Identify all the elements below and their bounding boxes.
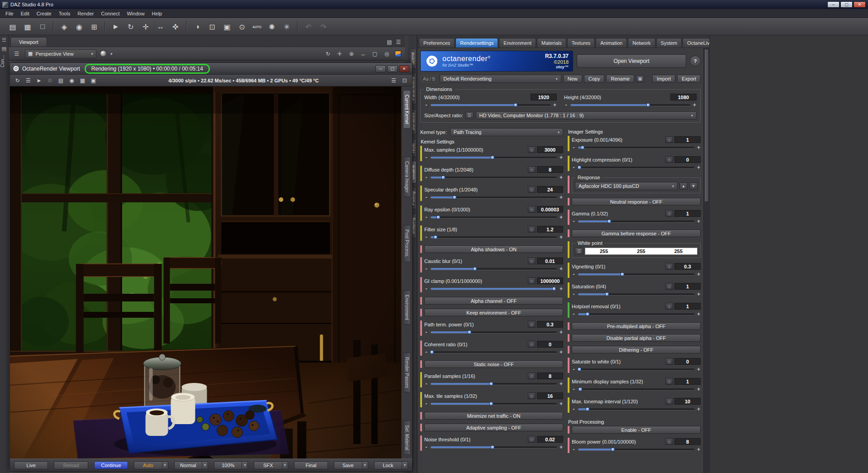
menu-file[interactable]: File <box>2 10 17 17</box>
param-link-icon[interactable]: ◇ <box>528 166 536 173</box>
octane-window-titlebar[interactable]: OctaneRender Viewport Rendering (1920 x … <box>10 63 412 75</box>
zoom-tool-icon[interactable]: ⊕ <box>347 49 356 58</box>
toggle-disable-partial-alpha-off[interactable]: Disable partial alpha - OFF <box>572 334 701 342</box>
slider-increment[interactable]: + <box>559 444 563 450</box>
pick-tool-icon[interactable]: ► <box>34 76 44 85</box>
slider-track[interactable] <box>431 288 557 290</box>
slider-track[interactable] <box>431 331 557 333</box>
scrollbar-thumb[interactable] <box>704 49 709 202</box>
frame-tool-icon[interactable]: ▢ <box>370 49 379 58</box>
redo-icon[interactable]: ↷ <box>317 20 330 33</box>
slider-knob[interactable] <box>607 219 612 223</box>
menu-connect[interactable]: Connect <box>98 10 123 17</box>
copy-button[interactable]: Copy <box>584 75 605 83</box>
menu-create[interactable]: Create <box>33 10 55 17</box>
slider-track[interactable] <box>431 403 557 405</box>
slider-increment[interactable]: + <box>559 154 563 161</box>
param-value[interactable]: 0 <box>674 358 701 365</box>
param-value[interactable]: 1000000 <box>537 277 563 284</box>
slider-track[interactable] <box>431 351 557 353</box>
save-button[interactable]: Save▾ <box>334 461 368 469</box>
param-value[interactable]: 0.02 <box>537 436 563 443</box>
slider-knob[interactable] <box>581 145 585 149</box>
menu-edit[interactable]: Edit <box>17 10 33 17</box>
home-view-icon[interactable] <box>395 51 401 57</box>
slider-knob[interactable] <box>489 401 493 406</box>
slider-increment[interactable]: + <box>559 194 563 201</box>
slider-increment[interactable]: + <box>697 144 701 151</box>
pointer-tool-icon[interactable]: ► <box>109 20 122 33</box>
slider-decrement[interactable]: - <box>424 214 428 220</box>
slider-knob[interactable] <box>577 165 581 169</box>
toggle-enable-off[interactable]: Enable - OFF <box>572 426 701 434</box>
param-link-icon[interactable]: ◇ <box>665 136 673 143</box>
slider-track[interactable] <box>578 408 694 410</box>
slider-track[interactable] <box>431 196 557 198</box>
slider-increment[interactable]: + <box>559 234 563 240</box>
param-value[interactable]: 8 <box>537 166 563 173</box>
open-file-icon[interactable]: ▤ <box>6 20 19 33</box>
toggle-static-noise-off[interactable]: Static noise - OFF <box>424 360 563 368</box>
export-button[interactable]: Export <box>677 75 701 83</box>
tab-materials[interactable]: Materials <box>537 38 566 48</box>
slider-increment[interactable]: + <box>559 214 563 220</box>
slider-knob[interactable] <box>489 382 493 386</box>
octane-maximize-button[interactable]: ▢ <box>387 65 398 72</box>
slider-increment[interactable]: + <box>697 406 701 412</box>
menu-tools[interactable]: Tools <box>55 10 74 17</box>
slider-decrement[interactable]: - <box>564 102 568 108</box>
slider-decrement[interactable]: - <box>572 291 576 297</box>
chevron-down-icon[interactable]: ▾ <box>282 462 288 469</box>
whitepoint-rgb-field[interactable]: 255255255 <box>585 248 697 255</box>
tab-system[interactable]: System <box>656 38 682 48</box>
lock-button[interactable]: Lock▾ <box>374 461 408 469</box>
slider-increment[interactable]: + <box>693 102 697 108</box>
maximize-button[interactable]: ▢ <box>840 1 853 8</box>
param-link-icon[interactable]: ◇ <box>528 341 536 348</box>
puppeteer-icon[interactable]: ◉ <box>73 20 85 33</box>
param-link-icon[interactable]: ◇ <box>528 392 536 399</box>
dolly-tool-icon[interactable]: ↔ <box>359 49 368 58</box>
camera-lock-icon[interactable]: ⊡ <box>400 76 409 85</box>
tab-animation[interactable]: Animation <box>596 38 627 48</box>
slider-increment[interactable]: + <box>697 311 701 317</box>
param-link-icon[interactable]: ◇ <box>528 206 536 213</box>
param-link-icon[interactable]: ◇ <box>665 210 673 217</box>
slider-track[interactable] <box>431 216 557 218</box>
octane-section-tab-camera-imager[interactable]: Camera Imager <box>403 157 411 197</box>
slider-track[interactable] <box>578 167 694 168</box>
subsample-grid-icon[interactable]: ▦ <box>78 76 87 85</box>
octane-render-icon[interactable]: ✺ <box>266 20 278 33</box>
slider-track[interactable] <box>578 220 694 222</box>
panel-scrollbar[interactable] <box>703 48 709 473</box>
param-link-icon[interactable]: ◇ <box>528 373 536 379</box>
toggle-minimize-net-traffic-on[interactable]: Minimize net traffic - ON <box>424 412 563 420</box>
render-icon[interactable]: ⊙ <box>236 20 248 33</box>
param-value[interactable]: 1080 <box>670 94 697 100</box>
toggle-alpha-shadows-on[interactable]: Alpha shadows - ON <box>424 245 563 253</box>
response-prev-button[interactable]: ▲ <box>679 182 688 190</box>
param-value[interactable]: 8 <box>537 373 563 379</box>
pane-menu-icon[interactable]: ☰ <box>0 36 8 44</box>
region-tool-icon[interactable]: ⊡ <box>206 20 218 33</box>
slider-knob[interactable] <box>585 407 589 411</box>
octane-minimize-button[interactable]: ─ <box>375 65 386 72</box>
slider-track[interactable] <box>578 313 694 315</box>
param-link-icon[interactable]: ◇ <box>528 277 536 284</box>
octane-section-tab-sel-material[interactable]: Sel. Material <box>403 420 411 455</box>
param-value[interactable]: 0 <box>674 156 701 163</box>
timeline-icon[interactable]: ⊞ <box>88 20 100 33</box>
slider-track[interactable] <box>578 293 694 295</box>
rename-button[interactable]: Rename <box>606 75 634 83</box>
whitepoint-list-icon[interactable]: ☰ <box>575 248 583 255</box>
material-ball-icon[interactable]: ◉ <box>67 76 76 85</box>
slider-knob[interactable] <box>514 103 518 107</box>
drawstyle-chevron-icon[interactable]: ▾ <box>110 52 113 56</box>
param-link-icon[interactable]: ◇ <box>665 438 673 445</box>
slider-decrement[interactable]: - <box>424 102 428 108</box>
param-value[interactable]: 0.3 <box>674 263 701 270</box>
param-link-icon[interactable]: ◇ <box>528 436 536 443</box>
slider-track[interactable] <box>578 273 694 275</box>
param-link-icon[interactable]: ◇ <box>528 258 536 264</box>
scale-tool-icon[interactable]: ↔ <box>154 20 167 33</box>
